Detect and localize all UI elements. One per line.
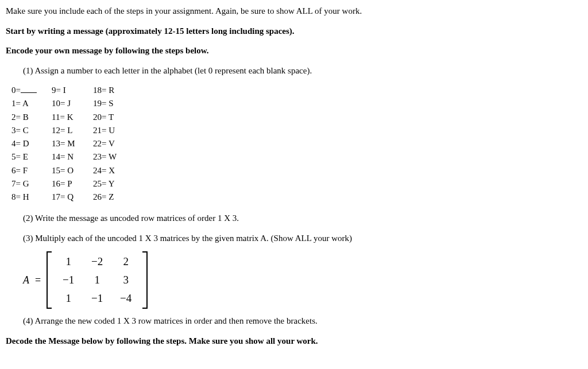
cell: 11= K xyxy=(52,111,80,124)
cell: 13= M xyxy=(52,137,80,150)
cell: 0= xyxy=(11,84,39,97)
step-3: (3) Multiply each of the uncoded 1 X 3 m… xyxy=(6,232,582,245)
cell: 7= G xyxy=(11,177,39,191)
intro-text: Make sure you include each of the steps … xyxy=(6,5,582,18)
cell: 5= E xyxy=(11,150,39,164)
cell: 17= Q xyxy=(52,191,80,204)
left-bracket-icon xyxy=(47,251,52,309)
cell: 25= Y xyxy=(93,177,122,191)
matrix-cell: −1 xyxy=(91,290,103,307)
matrix-cell: −2 xyxy=(91,254,103,270)
matrix-a: A = 1 −2 2 −1 1 3 1 −1 −4 xyxy=(6,251,582,309)
matrix-cell: 1 xyxy=(94,272,100,289)
right-bracket-icon xyxy=(142,251,148,309)
cell: 26= Z xyxy=(93,191,122,204)
cell: 3= C xyxy=(11,124,39,137)
cell: 15= O xyxy=(52,164,80,177)
start-message-instruction: Start by writing a message (approximatel… xyxy=(6,25,582,38)
equals-sign: = xyxy=(35,273,41,288)
cell: 14= N xyxy=(52,150,80,164)
matrix-cell: −1 xyxy=(63,272,74,289)
step-4: (4) Arrange the new coded 1 X 3 row matr… xyxy=(6,314,582,328)
step-1: (1) Assign a number to each letter in th… xyxy=(6,64,582,77)
matrix-label: A xyxy=(23,273,29,288)
cell: 23= W xyxy=(93,150,122,164)
cell: 2= B xyxy=(11,111,39,124)
cell: 6= F xyxy=(11,164,39,177)
encode-instruction: Encode your own message by following the… xyxy=(6,44,582,57)
cell: 8= H xyxy=(11,191,39,204)
cell: 20= T xyxy=(93,111,122,124)
cell: 1= A xyxy=(11,97,39,110)
step-2: (2) Write the message as uncoded row mat… xyxy=(6,212,582,225)
alphabet-mapping: 0= 9= I 18= R 1= A 10= J 19= S 2= B 11= … xyxy=(6,84,582,204)
matrix-cell: −4 xyxy=(120,290,131,307)
matrix-cell: 2 xyxy=(123,254,129,270)
cell: 9= I xyxy=(52,84,80,97)
matrix-cell: 3 xyxy=(123,272,129,289)
cell: 22= V xyxy=(93,137,122,150)
matrix-cell: 1 xyxy=(65,254,71,270)
cell: 18= R xyxy=(93,84,122,97)
cell: 21= U xyxy=(93,124,122,137)
matrix-cell: 1 xyxy=(65,290,71,307)
cell: 16= P xyxy=(52,177,80,191)
cell: 4= D xyxy=(11,137,39,150)
decode-instruction: Decode the Message below by following th… xyxy=(6,335,582,348)
cell: 24= X xyxy=(93,164,122,177)
cell: 12= L xyxy=(52,124,80,137)
cell: 19= S xyxy=(93,97,122,110)
cell: 10= J xyxy=(52,97,80,110)
